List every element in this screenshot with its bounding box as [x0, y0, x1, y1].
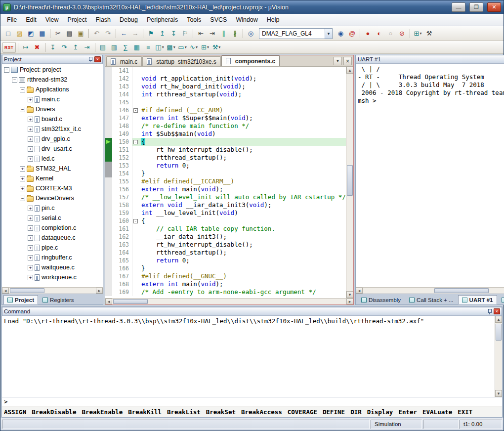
- menu-file[interactable]: File: [2, 15, 21, 25]
- code-text[interactable]: /* re-define main function */: [139, 122, 346, 130]
- scroll-left-icon[interactable]: [2, 288, 9, 294]
- watch-windows-button[interactable]: ◫: [154, 42, 166, 53]
- breakpoint-margin[interactable]: [105, 114, 112, 122]
- run-to-cursor-button[interactable]: ⇥: [82, 42, 93, 53]
- code-text[interactable]: void rt_application_init(void);: [139, 75, 346, 83]
- close-icon[interactable]: [494, 308, 500, 314]
- breakpoint-margin[interactable]: [105, 272, 112, 280]
- memory-windows-button[interactable]: ▩: [166, 42, 177, 53]
- scroll-thumb[interactable]: [347, 165, 353, 196]
- tree-item-pipe-c[interactable]: +pipe.c: [2, 243, 103, 253]
- code-text[interactable]: rtthread_startup();: [139, 154, 346, 162]
- code-text[interactable]: /* __low_level_init will auto called by …: [139, 193, 346, 201]
- close-icon[interactable]: [94, 56, 101, 62]
- assist-breakaccess[interactable]: BreakAccess: [241, 408, 282, 416]
- copy-button[interactable]: ▤: [64, 28, 75, 39]
- editor-vscrollbar[interactable]: [346, 67, 353, 298]
- code-text[interactable]: /* Add -eentry to arm-none-eabi-gcc argu…: [139, 288, 346, 296]
- window-layout-button[interactable]: ⊞: [412, 28, 423, 39]
- code-text[interactable]: return 0;: [139, 162, 346, 170]
- uart-hscrollbar[interactable]: [356, 287, 504, 294]
- code-text[interactable]: extern void __iar_data_init3(void);: [139, 201, 346, 209]
- menu-window[interactable]: Window: [231, 15, 262, 25]
- tree-item-cortex-m3[interactable]: +CORTEX-M3: [2, 183, 103, 193]
- code-text[interactable]: __iar_data_init3();: [139, 233, 346, 241]
- breakpoint-margin[interactable]: [105, 122, 112, 130]
- breakpoint-margin[interactable]: [105, 154, 112, 162]
- breakpoint-margin[interactable]: [105, 257, 112, 264]
- assist-breakset[interactable]: BreakSet: [206, 408, 236, 416]
- code-text[interactable]: #elif defined(__ICCARM__): [139, 177, 346, 185]
- assist-breakdisable[interactable]: BreakDisable: [32, 408, 76, 416]
- breakpoint-margin[interactable]: [105, 162, 112, 170]
- menu-tools[interactable]: Tools: [182, 15, 206, 25]
- breakpoint-margin[interactable]: [105, 83, 112, 90]
- open-file-button[interactable]: ▨: [14, 28, 25, 39]
- breakpoint-margin[interactable]: [105, 106, 112, 114]
- assist-assign[interactable]: ASSIGN: [4, 408, 26, 416]
- pin-icon[interactable]: [487, 308, 492, 315]
- breakpoint-margin[interactable]: [105, 193, 112, 201]
- assist-dir[interactable]: DIR: [350, 408, 362, 416]
- tab-main-c[interactable]: main.c: [106, 56, 142, 66]
- tree-item-project-project[interactable]: −Project: project: [2, 65, 103, 75]
- expand-icon[interactable]: +: [28, 216, 33, 221]
- tree-item-applications[interactable]: −Applications: [2, 85, 103, 94]
- code-text[interactable]: {: [139, 217, 346, 225]
- document-list-dropdown-icon[interactable]: [334, 57, 342, 65]
- run-button[interactable]: ↦: [20, 42, 32, 53]
- scroll-track[interactable]: [9, 288, 96, 294]
- indent-button[interactable]: ⇥: [207, 28, 218, 39]
- breakpoint-margin[interactable]: [105, 90, 112, 98]
- navigate-back-button[interactable]: ←: [118, 28, 129, 39]
- minimize-button[interactable]: —: [452, 2, 465, 12]
- collapse-icon[interactable]: −: [20, 107, 25, 112]
- save-all-button[interactable]: ▦: [37, 28, 48, 39]
- command-input-line[interactable]: >: [2, 397, 502, 406]
- configure-button[interactable]: ⚒: [423, 28, 435, 39]
- pin-icon[interactable]: [87, 56, 93, 63]
- find-in-files-button[interactable]: ◎: [245, 28, 256, 39]
- bookmark-next-button[interactable]: ↧: [168, 28, 179, 39]
- scroll-thumb[interactable]: [10, 288, 44, 293]
- bookmark-toggle-button[interactable]: ⚑: [145, 28, 157, 39]
- command-vscrollbar[interactable]: [495, 316, 502, 397]
- code-text[interactable]: [139, 98, 346, 106]
- expand-icon[interactable]: +: [28, 265, 33, 270]
- breakpoint-margin[interactable]: [105, 177, 112, 185]
- menu-project[interactable]: Project: [63, 15, 91, 25]
- scroll-thumb[interactable]: [113, 299, 148, 304]
- breakpoint-margin[interactable]: [105, 201, 112, 209]
- registers-window-button[interactable]: ▦: [131, 42, 143, 53]
- tab-uart-1[interactable]: UART #1: [458, 295, 497, 304]
- find-button[interactable]: ◉: [335, 28, 346, 39]
- breakpoint-margin[interactable]: [105, 209, 112, 217]
- scroll-track[interactable]: [495, 323, 502, 390]
- expand-icon[interactable]: +: [28, 117, 33, 122]
- code-text[interactable]: int $Sub$$main(void): [139, 130, 346, 138]
- breakpoint-margin[interactable]: [105, 67, 112, 75]
- scroll-left-icon[interactable]: [356, 288, 363, 294]
- scroll-track[interactable]: [346, 74, 353, 291]
- fold-collapse-icon[interactable]: -: [133, 140, 138, 144]
- breakpoint-margin[interactable]: [105, 130, 112, 138]
- code-text[interactable]: int __low_level_init(void): [139, 209, 346, 217]
- tab-project[interactable]: Project: [3, 295, 38, 304]
- scroll-down-icon[interactable]: [346, 291, 353, 298]
- breakpoint-margin[interactable]: [105, 170, 112, 177]
- breakpoint-margin[interactable]: [105, 241, 112, 249]
- reset-cpu-button[interactable]: RST: [2, 42, 16, 53]
- find-combobox[interactable]: [259, 28, 333, 39]
- expand-icon[interactable]: +: [20, 166, 25, 172]
- collapse-icon[interactable]: −: [12, 77, 17, 83]
- uncomment-selection-button[interactable]: ∦: [229, 28, 241, 39]
- bookmark-previous-button[interactable]: ↥: [157, 28, 168, 39]
- breakpoint-margin[interactable]: [105, 225, 112, 233]
- code-text[interactable]: #elif defined(__GNUC__): [139, 272, 346, 280]
- code-text[interactable]: rt_hw_interrupt_disable();: [139, 146, 346, 154]
- menu-view[interactable]: View: [41, 15, 63, 25]
- tree-item-main-c[interactable]: +main.c: [2, 94, 103, 104]
- breakpoint-margin[interactable]: [105, 98, 112, 106]
- analysis-windows-button[interactable]: ∿: [188, 42, 200, 53]
- breakpoint-toggle-button[interactable]: ●: [362, 28, 374, 39]
